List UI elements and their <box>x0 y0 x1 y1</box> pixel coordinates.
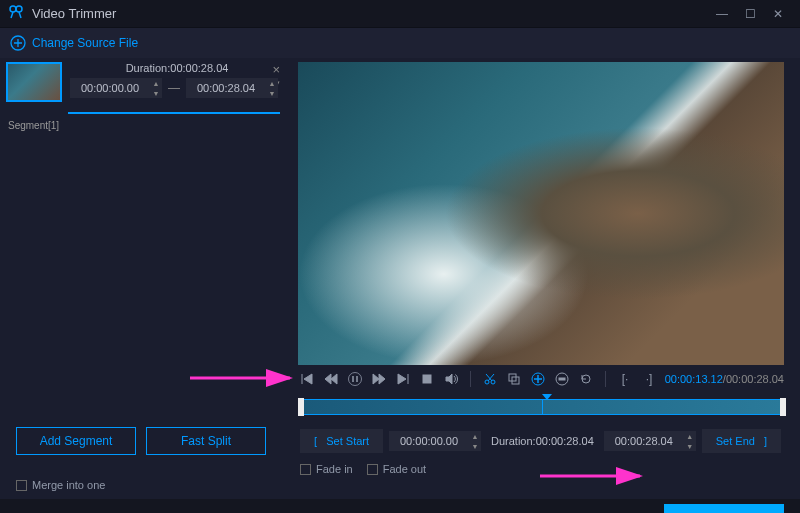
dash-separator: — <box>168 81 180 95</box>
skip-start-icon[interactable] <box>298 370 316 388</box>
close-button[interactable]: ✕ <box>764 7 792 21</box>
spin-down-icon[interactable]: ▼ <box>469 441 481 451</box>
trim-handle-right[interactable] <box>780 398 786 416</box>
set-end-button[interactable]: Set End ] <box>702 429 781 453</box>
svg-rect-11 <box>559 378 565 380</box>
segment-thumbnail[interactable] <box>6 62 62 102</box>
minimize-button[interactable]: — <box>708 7 736 21</box>
undo-icon[interactable] <box>577 370 595 388</box>
delete-icon[interactable] <box>553 370 571 388</box>
footer: Name: samplewmv_enhanced.mp4 Output: Aut… <box>0 499 800 513</box>
remove-segment-icon[interactable]: × <box>272 62 280 77</box>
fast-split-button[interactable]: Fast Split <box>146 427 266 455</box>
timeline-row <box>0 393 800 421</box>
change-source-label: Change Source File <box>32 36 138 50</box>
toolbar: Change Source File <box>0 28 800 58</box>
total-time: /00:00:28.04 <box>723 373 784 385</box>
preview-panel: [· ·] 00:00:13.12/00:00:28.04 <box>290 58 800 393</box>
merge-row: Merge into one <box>0 477 800 499</box>
svg-point-1 <box>16 6 22 12</box>
playhead-line <box>542 400 543 414</box>
main-area: × ▾ Duration:00:00:28.04 ▲▼ — ▲▼ Segment… <box>0 58 800 393</box>
spin-up-icon[interactable]: ▲ <box>266 78 278 88</box>
volume-icon[interactable] <box>442 370 460 388</box>
trim-start-input[interactable] <box>389 431 469 451</box>
rewind-icon[interactable] <box>322 370 340 388</box>
maximize-button[interactable]: ☐ <box>736 7 764 21</box>
set-start-button[interactable]: [ Set Start <box>300 429 383 453</box>
fade-in-checkbox[interactable]: Fade in <box>300 463 353 475</box>
segment-info: × ▾ Duration:00:00:28.04 ▲▼ — ▲▼ <box>62 62 284 102</box>
spin-up-icon[interactable]: ▲ <box>684 431 696 441</box>
segment-time-range: ▲▼ — ▲▼ <box>70 78 284 98</box>
titlebar: Video Trimmer — ☐ ✕ <box>0 0 800 28</box>
svg-point-0 <box>10 6 16 12</box>
window-title: Video Trimmer <box>32 6 708 21</box>
play-pause-icon[interactable] <box>346 370 364 388</box>
svg-rect-4 <box>423 375 431 383</box>
bracket-in-icon[interactable]: [· <box>616 370 634 388</box>
spin-down-icon[interactable]: ▼ <box>684 441 696 451</box>
app-logo-icon <box>8 4 24 23</box>
spin-up-icon[interactable]: ▲ <box>469 431 481 441</box>
trim-end-input[interactable] <box>604 431 684 451</box>
change-source-button[interactable]: Change Source File <box>10 35 138 51</box>
current-time: 00:00:13.12 <box>665 373 723 385</box>
time-display: 00:00:13.12/00:00:28.04 <box>665 373 784 385</box>
segment-duration-label: Duration:00:00:28.04 <box>70 62 284 74</box>
fade-options: Fade in Fade out <box>0 459 800 477</box>
copy-icon[interactable] <box>505 370 523 388</box>
fade-out-checkbox[interactable]: Fade out <box>367 463 426 475</box>
spin-up-icon[interactable]: ▲ <box>150 78 162 88</box>
segments-sidebar: × ▾ Duration:00:00:28.04 ▲▼ — ▲▼ Segment… <box>0 58 290 393</box>
add-segment-button[interactable]: Add Segment <box>16 427 136 455</box>
segment-end-input[interactable] <box>186 78 266 98</box>
segment-item[interactable]: × ▾ Duration:00:00:28.04 ▲▼ — ▲▼ <box>0 58 290 104</box>
export-button[interactable]: Export <box>664 504 784 514</box>
bracket-out-icon[interactable]: ·] <box>640 370 658 388</box>
plus-circle-icon <box>10 35 26 51</box>
spin-down-icon[interactable]: ▼ <box>150 88 162 98</box>
separator <box>605 371 606 387</box>
segment-start-input[interactable] <box>70 78 150 98</box>
timeline[interactable] <box>300 399 784 415</box>
svg-point-3 <box>349 373 362 386</box>
trim-handle-left[interactable] <box>298 398 304 416</box>
segment-name-label: Segment[1] <box>0 118 290 133</box>
playhead-icon[interactable] <box>542 394 552 400</box>
segment-progress-bar[interactable] <box>68 112 280 114</box>
stop-icon[interactable] <box>418 370 436 388</box>
playback-controls: [· ·] 00:00:13.12/00:00:28.04 <box>298 365 784 393</box>
video-preview[interactable] <box>298 62 784 365</box>
merge-checkbox[interactable]: Merge into one <box>16 479 784 491</box>
add-clip-icon[interactable] <box>529 370 547 388</box>
skip-end-icon[interactable] <box>394 370 412 388</box>
separator <box>470 371 471 387</box>
trim-duration-label: Duration:00:00:28.04 <box>487 435 598 447</box>
forward-icon[interactable] <box>370 370 388 388</box>
spin-down-icon[interactable]: ▼ <box>266 88 278 98</box>
cut-icon[interactable] <box>481 370 499 388</box>
